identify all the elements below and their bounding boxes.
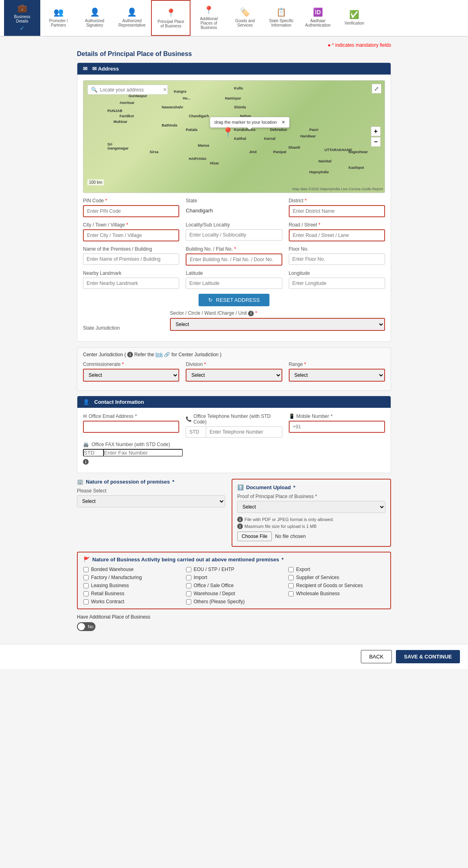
range-group: Range * Select (289, 361, 385, 382)
district-input[interactable] (289, 205, 385, 217)
toggle-knob (78, 623, 85, 630)
tab-state-specific[interactable]: 📋 State Specific Information (263, 0, 299, 36)
telephone-std-input[interactable] (186, 426, 206, 438)
leasing-checkbox[interactable] (83, 583, 89, 588)
map-label-kasipot: Kashipot (348, 166, 364, 170)
map-label-uttarakhand: UTTARAKHAND (324, 148, 352, 152)
telephone-number-input[interactable] (206, 426, 282, 438)
tab-promoter-partners[interactable]: 👥 Promoter / Partners (40, 0, 77, 36)
landmark-input[interactable] (83, 278, 179, 289)
fullscreen-button[interactable]: ⤢ (372, 84, 381, 93)
locality-input[interactable] (186, 229, 282, 241)
landmark-label: Nearby Landmark (83, 270, 179, 276)
contact-row-1: ✉ Office Email Address * 📞 Office Teleph… (83, 413, 385, 438)
tab-goods-services[interactable]: 🏷️ Goods and Services (227, 0, 263, 36)
map-label-mansa: Mansa (198, 143, 209, 147)
others-checkbox[interactable] (186, 599, 191, 604)
fax-std-input[interactable] (83, 449, 103, 457)
person-icon: 👤 (127, 7, 137, 17)
address-body: 🔍 ✕ Gurdaspur Kangra Kullu Amritsar Ho..… (77, 75, 391, 341)
sector-info-icon[interactable]: i (248, 311, 254, 316)
reset-address-button[interactable]: ↻ RESET ADDRESS (199, 294, 269, 306)
road-input[interactable] (289, 229, 385, 241)
activity-others: Others (Please Specify) (186, 599, 282, 604)
sector-select[interactable]: Select (170, 318, 385, 331)
wholesale-checkbox[interactable] (288, 591, 294, 596)
activity-wholesale: Wholesale Business (288, 591, 385, 596)
map-label-sri-ganganagar: SriGanganagar (108, 142, 129, 150)
tab-label: Aadhaar Authentication (305, 19, 330, 27)
contact-info-icon[interactable]: i (83, 459, 89, 465)
email-input[interactable] (83, 421, 179, 433)
zoom-out-button[interactable]: − (371, 137, 381, 147)
row-premises-building-floor: Name of the Premises / Building Building… (83, 246, 385, 266)
fax-row: 🖨️ Office FAX Number (with STD Code) (83, 442, 385, 457)
works-contract-checkbox[interactable] (83, 599, 89, 604)
tab-authorized-representative[interactable]: 👤 Authorized Representative (113, 0, 151, 36)
warehouse-depot-checkbox[interactable] (186, 591, 191, 596)
telephone-group: 📞 Office Telephone Number (with STD Code… (186, 413, 282, 438)
floor-input[interactable] (289, 253, 385, 265)
tab-additional-places[interactable]: 📍 Additional Places of Business (191, 0, 227, 36)
city-input[interactable] (83, 229, 179, 241)
building-input[interactable] (186, 253, 282, 266)
tab-authorized-signatory[interactable]: 👤 Authorized Signatory (77, 0, 113, 36)
note-info-icon: i (237, 517, 243, 522)
zoom-in-button[interactable]: + (371, 127, 381, 136)
eou-checkbox[interactable] (186, 567, 191, 572)
office-sale-checkbox[interactable] (186, 583, 191, 588)
division-select[interactable]: Select (186, 369, 282, 382)
location-icon: 📍 (204, 5, 214, 15)
longitude-input[interactable] (289, 278, 385, 289)
fax-icon: 🖨️ (83, 442, 89, 447)
commissionerate-select[interactable]: Select (83, 369, 179, 382)
map-marker[interactable]: 📍 (222, 127, 234, 138)
mobile-group: 📱 Mobile Number * (289, 413, 385, 438)
mobile-input[interactable] (289, 421, 385, 433)
save-continue-button[interactable]: SAVE & CONTINUE (396, 650, 460, 663)
flag-icon: 🚩 (83, 557, 90, 563)
tab-principal-place[interactable]: 📍 Principal Place of Business (151, 0, 191, 36)
pin-code-input[interactable] (83, 205, 179, 217)
back-button[interactable]: BACK (361, 650, 392, 663)
import-checkbox[interactable] (186, 575, 191, 580)
bonded-warehouse-checkbox[interactable] (83, 567, 89, 572)
choose-file-button[interactable]: Choose File (237, 532, 272, 541)
retail-checkbox[interactable] (83, 591, 89, 596)
proof-select[interactable]: Select (237, 501, 385, 513)
range-select[interactable]: Select (289, 369, 385, 382)
possession-select[interactable]: Select (77, 495, 225, 507)
map-search-input[interactable] (100, 87, 160, 93)
tab-business-details[interactable]: 💼 Business Details ✓ (4, 0, 40, 36)
map-label-panipat: Panipat (273, 150, 286, 154)
map-label-faridkot: Faridkot (120, 114, 134, 118)
clear-icon[interactable]: ✕ (163, 87, 167, 93)
map-label-patiala: Patiala (186, 128, 197, 132)
envelope-icon: ✉ (83, 413, 87, 419)
recipient-checkbox[interactable] (288, 583, 294, 588)
city-group: City / Town / Village * (83, 222, 179, 241)
center-jurisdiction-link[interactable]: link (155, 352, 163, 357)
export-checkbox[interactable] (288, 567, 294, 572)
activity-supplier-services: Supplier of Services (288, 575, 385, 580)
map-search-box[interactable]: 🔍 ✕ (87, 85, 168, 95)
tab-verification[interactable]: ✅ Verification (336, 0, 373, 36)
tab-aadhaar[interactable]: 🆔 Aadhaar Authentication (299, 0, 336, 36)
fax-phone-group (83, 449, 183, 457)
latitude-input[interactable] (186, 278, 282, 289)
activity-import: Import (186, 575, 282, 580)
fax-number-input[interactable] (103, 449, 183, 457)
supplier-services-checkbox[interactable] (288, 575, 294, 580)
district-label: District * (289, 198, 385, 204)
sector-label: Sector / Circle / Ward /Charge / Unit i … (170, 310, 385, 316)
page-title: Details of Principal Place of Business (77, 50, 391, 58)
close-icon[interactable]: ✕ (282, 120, 285, 125)
factory-checkbox[interactable] (83, 575, 89, 580)
proof-label: Proof of Principal Place of Business * (237, 494, 385, 499)
additional-place-toggle[interactable]: No (77, 622, 95, 631)
premises-input[interactable] (83, 253, 179, 265)
division-label: Division * (186, 361, 282, 367)
state-jurisdiction-row: State Jurisdiction Sector / Circle / War… (83, 310, 385, 331)
activity-grid: Bonded Warehouse EOU / STP / EHTP Export… (83, 567, 385, 604)
center-info-icon[interactable]: i (127, 352, 133, 357)
